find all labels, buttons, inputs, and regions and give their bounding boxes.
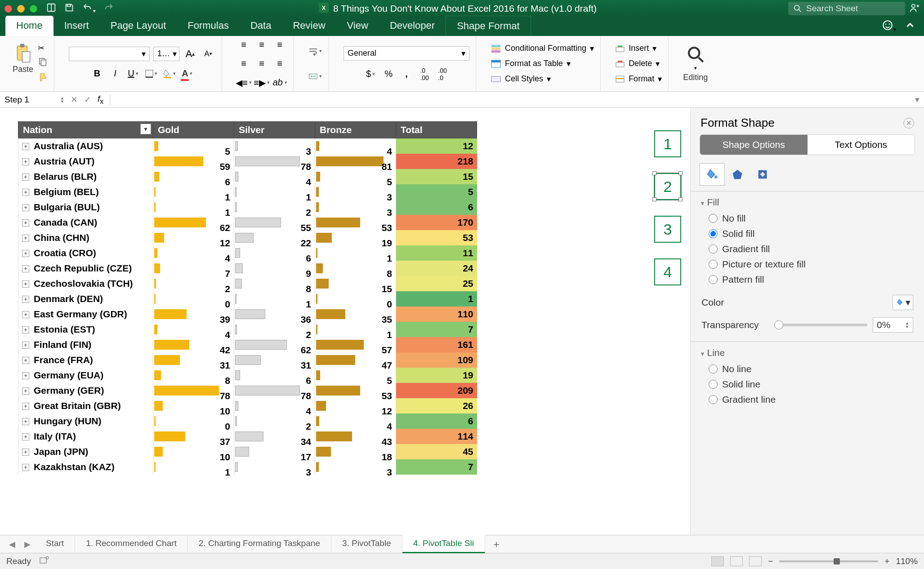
column-header-bronze[interactable]: Bronze xyxy=(315,122,396,138)
ribbon-tab-home[interactable]: Home xyxy=(5,16,54,36)
accounting-icon[interactable]: $ xyxy=(363,67,378,81)
sheet-tab[interactable]: 2. Charting Formating Taskpane xyxy=(188,535,331,553)
table-row[interactable]: +China (CHN)12221953 xyxy=(18,230,477,245)
zoom-window-icon[interactable] xyxy=(30,5,37,13)
ribbon-tab-formulas[interactable]: Formulas xyxy=(177,16,240,36)
expand-icon[interactable]: + xyxy=(22,219,29,227)
close-pane-icon[interactable]: ✕ xyxy=(903,118,914,129)
align-right-icon[interactable]: ≡ xyxy=(272,57,287,71)
step-shape-2[interactable]: 2 xyxy=(654,173,681,200)
table-row[interactable]: +Italy (ITA)373443114 xyxy=(18,429,477,444)
fill-option-pattern-fill[interactable]: Pattern fill xyxy=(709,274,915,285)
expand-icon[interactable]: + xyxy=(22,280,29,288)
table-row[interactable]: +Estonia (EST)4217 xyxy=(18,322,477,337)
enter-formula-icon[interactable]: ✓ xyxy=(84,94,91,105)
increase-font-icon[interactable]: A▴ xyxy=(183,47,197,61)
zoom-in-icon[interactable]: + xyxy=(884,556,889,566)
find-select-button[interactable]: ▾ xyxy=(687,45,705,71)
pivot-table[interactable]: Nation▾GoldSilverBronzeTotal +Australia … xyxy=(18,121,477,475)
expand-icon[interactable]: + xyxy=(22,143,29,150)
ribbon-tab-data[interactable]: Data xyxy=(240,16,282,36)
table-row[interactable]: +Japan (JPN)10171845 xyxy=(18,444,477,459)
ribbon-tab-page-layout[interactable]: Page Layout xyxy=(100,16,177,36)
fill-line-category-icon[interactable] xyxy=(700,163,725,186)
number-format-combo[interactable]: General▾ xyxy=(344,46,469,61)
font-color-icon[interactable]: A xyxy=(180,67,194,81)
underline-button[interactable]: U xyxy=(126,67,140,81)
minimize-window-icon[interactable] xyxy=(17,5,25,13)
paste-button[interactable]: Paste xyxy=(13,43,33,74)
step-shape-1[interactable]: 1 xyxy=(654,130,681,157)
table-row[interactable]: +Great Britain (GBR)1041226 xyxy=(18,398,477,413)
column-header-nation[interactable]: Nation▾ xyxy=(18,122,153,138)
expand-formula-bar-icon[interactable]: ▾ xyxy=(915,94,920,105)
column-header-total[interactable]: Total xyxy=(396,122,477,138)
cancel-formula-icon[interactable]: ✕ xyxy=(71,94,78,105)
table-row[interactable]: +Austria (AUT)597881218 xyxy=(18,154,477,169)
line-option-gradient-line[interactable]: Gradient line xyxy=(709,394,915,405)
delete-cells-button[interactable]: Delete ▾ xyxy=(615,59,660,69)
table-row[interactable]: +Finland (FIN)426257161 xyxy=(18,337,477,352)
ribbon-tab-view[interactable]: View xyxy=(336,16,379,36)
table-row[interactable]: +Belgium (BEL)1135 xyxy=(18,184,477,200)
table-row[interactable]: +Croatia (CRO)46111 xyxy=(18,245,477,261)
table-row[interactable]: +Belarus (BLR)64515 xyxy=(18,169,477,184)
align-left-icon[interactable]: ≡ xyxy=(237,57,251,71)
expand-icon[interactable]: + xyxy=(22,235,29,242)
expand-icon[interactable]: + xyxy=(22,250,29,257)
close-window-icon[interactable] xyxy=(4,5,12,13)
expand-icon[interactable]: + xyxy=(22,433,29,440)
table-row[interactable]: +Australia (AUS)53412 xyxy=(18,138,477,154)
macro-record-icon[interactable] xyxy=(39,556,49,566)
expand-icon[interactable]: + xyxy=(22,189,29,196)
expand-icon[interactable]: + xyxy=(22,158,29,165)
align-center-icon[interactable]: ≡ xyxy=(254,57,269,71)
normal-view-icon[interactable] xyxy=(711,556,724,566)
percent-icon[interactable]: % xyxy=(381,67,396,81)
add-sheet-button[interactable]: ＋ xyxy=(485,535,508,554)
sheet-nav-next-icon[interactable]: ▶ xyxy=(20,539,35,549)
decrease-decimal-icon[interactable]: .00.0 xyxy=(435,67,450,81)
fill-option-gradient-fill[interactable]: Gradient fill xyxy=(709,244,915,254)
expand-icon[interactable]: + xyxy=(22,357,29,364)
fill-option-solid-fill[interactable]: Solid fill xyxy=(709,228,915,239)
table-row[interactable]: +Denmark (DEN)0101 xyxy=(18,291,477,307)
feedback-icon[interactable]: ▾ xyxy=(882,19,896,33)
sheet-tab[interactable]: 1. Recommended Chart xyxy=(75,535,188,553)
expand-icon[interactable]: + xyxy=(22,464,29,471)
table-row[interactable]: +Canada (CAN)625553170 xyxy=(18,215,477,230)
expand-icon[interactable]: + xyxy=(22,265,29,272)
table-row[interactable]: +East Germany (GDR)393635110 xyxy=(18,307,477,322)
sheet-tab[interactable]: Start xyxy=(35,535,75,553)
worksheet-area[interactable]: Nation▾GoldSilverBronzeTotal +Australia … xyxy=(0,108,690,535)
ribbon-tab-insert[interactable]: Insert xyxy=(54,16,100,36)
align-middle-icon[interactable]: ≡ xyxy=(254,38,269,52)
merge-icon[interactable] xyxy=(308,69,322,84)
line-option-no-line[interactable]: No line xyxy=(709,364,915,374)
table-row[interactable]: +France (FRA)313147109 xyxy=(18,352,477,368)
fx-icon[interactable]: fx xyxy=(98,94,103,106)
fill-section-header[interactable]: Fill xyxy=(691,191,924,213)
fill-option-no-fill[interactable]: No fill xyxy=(709,213,915,224)
expand-icon[interactable]: + xyxy=(22,387,29,395)
table-row[interactable]: +Germany (GER)787853209 xyxy=(18,383,477,398)
font-size-combo[interactable]: 1…▾ xyxy=(153,47,179,61)
search-sheet-box[interactable]: Search Sheet xyxy=(788,2,905,15)
workbook-icon[interactable] xyxy=(46,3,56,15)
italic-button[interactable]: I xyxy=(108,67,122,81)
step-shape-3[interactable]: 3 xyxy=(654,216,681,243)
transparency-slider[interactable] xyxy=(774,324,867,326)
line-section-header[interactable]: Line xyxy=(691,342,924,364)
expand-icon[interactable]: + xyxy=(22,403,29,410)
increase-indent-icon[interactable]: ≡▶ xyxy=(254,76,269,90)
ribbon-tab-review[interactable]: Review xyxy=(282,16,336,36)
wrap-text-icon[interactable] xyxy=(308,44,322,58)
sheet-tab[interactable]: 3. PivotTable xyxy=(331,535,402,553)
align-top-icon[interactable]: ≡ xyxy=(237,38,251,52)
formula-input[interactable] xyxy=(116,95,909,105)
table-row[interactable]: +Kazakhstan (KAZ)1337 xyxy=(18,459,477,475)
column-header-gold[interactable]: Gold xyxy=(153,122,234,138)
comma-icon[interactable]: , xyxy=(399,67,414,81)
step-shape-4[interactable]: 4 xyxy=(654,258,681,285)
sheet-nav-prev-icon[interactable]: ◀ xyxy=(4,539,20,549)
